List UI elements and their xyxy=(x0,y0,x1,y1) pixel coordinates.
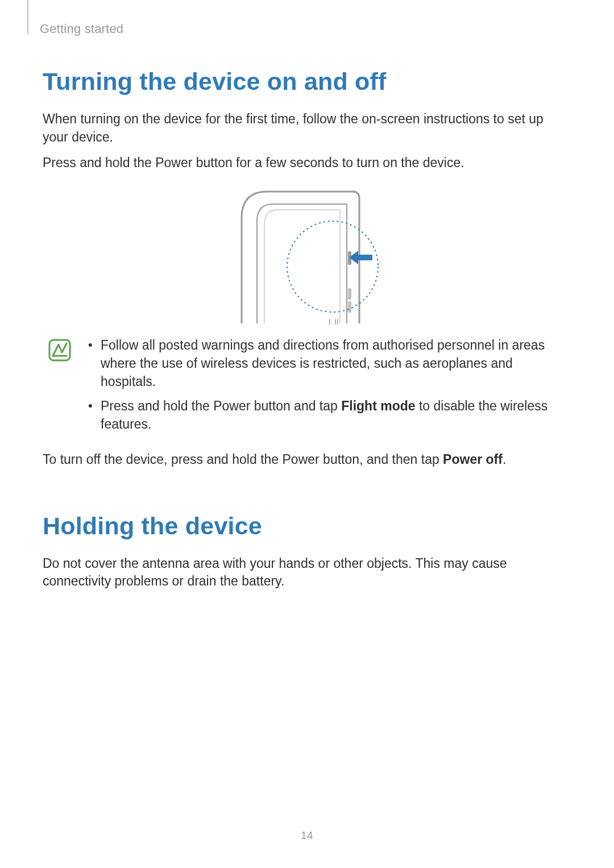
bullet-text-prefix: Press and hold the Power button and tap xyxy=(101,398,341,413)
heading-holding-the-device: Holding the device xyxy=(43,512,571,540)
note-bullet: Follow all posted warnings and direction… xyxy=(88,337,566,391)
bullet-text-bold: Flight mode xyxy=(341,398,415,413)
paragraph: When turning on the device for the first… xyxy=(43,110,571,146)
note-bullet: Press and hold the Power button and tap … xyxy=(88,397,566,433)
figure-power-button xyxy=(43,187,571,326)
paragraph: Press and hold the Power button for a fe… xyxy=(43,154,571,172)
page-number: 14 xyxy=(0,829,614,842)
note-icon xyxy=(48,339,71,441)
paragraph: To turn off the device, press and hold t… xyxy=(43,451,571,469)
paragraph-prefix: To turn off the device, press and hold t… xyxy=(43,452,443,467)
chapter-label: Getting started xyxy=(40,22,571,36)
heading-turning-device-on-off: Turning the device on and off xyxy=(43,68,571,95)
svg-rect-2 xyxy=(348,301,351,313)
bullet-text: Follow all posted warnings and direction… xyxy=(101,338,545,388)
paragraph-suffix: . xyxy=(503,452,506,467)
svg-point-3 xyxy=(287,221,378,312)
paragraph-bold: Power off xyxy=(443,452,503,467)
svg-rect-1 xyxy=(348,288,351,300)
note-callout: Follow all posted warnings and direction… xyxy=(43,337,571,441)
paragraph: Do not cover the antenna area with your … xyxy=(43,555,571,591)
